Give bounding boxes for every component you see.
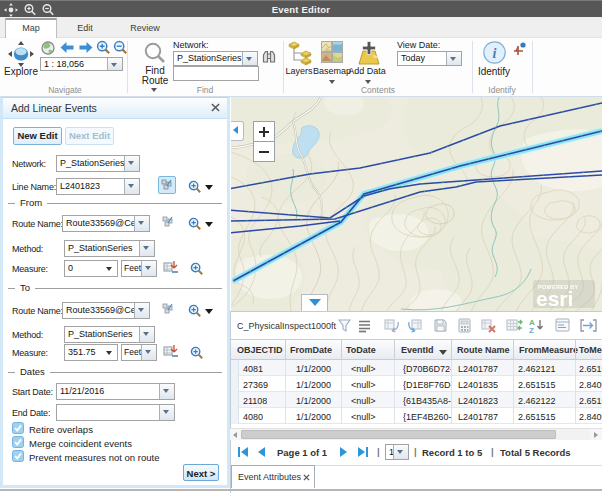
svg-text:Z: Z (529, 326, 534, 333)
svg-text:esri: esri (536, 287, 573, 310)
svg-text:i: i (493, 46, 497, 61)
